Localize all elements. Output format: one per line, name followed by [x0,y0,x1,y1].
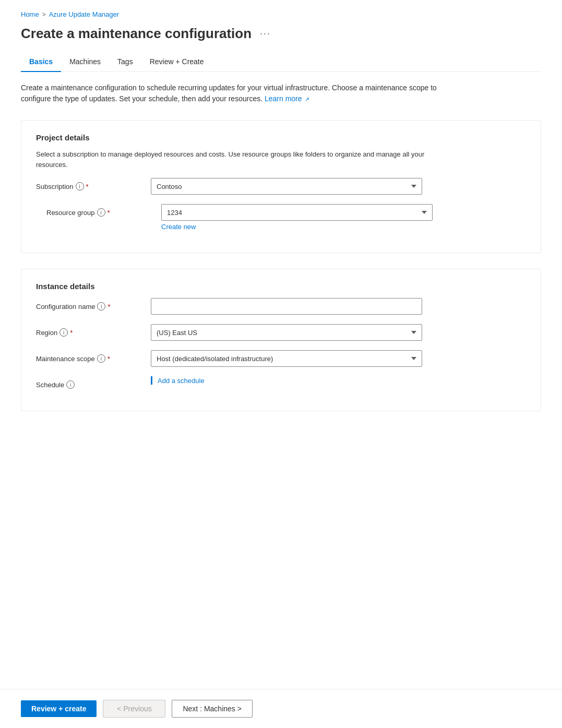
breadcrumb-separator: > [42,11,46,18]
project-details-heading: Project details [36,133,526,142]
add-schedule-link[interactable]: Add a schedule [158,377,205,385]
ellipsis-menu-button[interactable]: ··· [257,27,274,40]
region-select[interactable]: (US) East US [151,324,422,341]
tab-basics[interactable]: Basics [21,52,61,72]
page-title: Create a maintenance configuration [21,26,252,42]
region-control: (US) East US [151,324,422,341]
region-row: Region i * (US) East US [36,324,526,341]
resource-group-label: Resource group i * [46,204,161,217]
next-button[interactable]: Next : Machines > [172,700,252,718]
config-name-row: Configuration name i * [36,298,526,315]
subscription-info-icon[interactable]: i [76,182,84,190]
project-details-section: Project details Select a subscription to… [21,120,541,253]
tab-review-create[interactable]: Review + Create [141,52,212,72]
resource-group-select[interactable]: 1234 [161,204,433,221]
learn-more-link[interactable]: Learn more ↗ [265,94,309,103]
review-create-button[interactable]: Review + create [21,700,97,717]
resource-group-info-icon[interactable]: i [97,208,105,217]
config-name-control [151,298,422,315]
resource-group-control: 1234 Create new [161,204,433,231]
subscription-select[interactable]: Contoso [151,178,422,195]
maintenance-scope-info-icon[interactable]: i [97,354,105,363]
external-link-icon: ↗ [305,95,309,104]
instance-details-heading: Instance details [36,282,526,291]
instance-details-section: Instance details Configuration name i * … [21,269,541,411]
breadcrumb-home[interactable]: Home [21,10,39,18]
footer: Review + create < Previous Next : Machin… [0,689,562,728]
schedule-row: Schedule i Add a schedule [36,376,526,389]
maintenance-scope-control: Host (dedicated/isolated infrastructure) [151,350,422,367]
breadcrumb-parent[interactable]: Azure Update Manager [49,10,119,18]
config-name-input[interactable] [151,298,422,315]
resource-group-row: Resource group i * 1234 Create new [36,204,526,231]
maintenance-scope-label: Maintenance scope i * [36,350,151,363]
schedule-label: Schedule i [36,376,151,389]
config-name-label: Configuration name i * [36,298,151,311]
previous-button: < Previous [103,700,165,718]
region-info-icon[interactable]: i [59,328,68,337]
create-new-link[interactable]: Create new [161,223,196,231]
schedule-control: Add a schedule [151,376,422,385]
subscription-row: Subscription i * Contoso [36,178,526,195]
maintenance-scope-select[interactable]: Host (dedicated/isolated infrastructure) [151,350,422,367]
subscription-label: Subscription i * [36,178,151,190]
tab-tags[interactable]: Tags [109,52,141,72]
config-name-info-icon[interactable]: i [97,302,105,311]
subscription-control: Contoso [151,178,422,195]
breadcrumb: Home > Azure Update Manager [21,10,541,18]
tab-machines[interactable]: Machines [61,52,109,72]
region-label: Region i * [36,324,151,337]
maintenance-scope-row: Maintenance scope i * Host (dedicated/is… [36,350,526,367]
schedule-info-icon[interactable]: i [66,380,75,389]
tab-bar: Basics Machines Tags Review + Create [21,52,541,72]
project-details-description: Select a subscription to manage deployed… [36,149,443,170]
page-description: Create a maintenance configuration to sc… [21,82,449,104]
